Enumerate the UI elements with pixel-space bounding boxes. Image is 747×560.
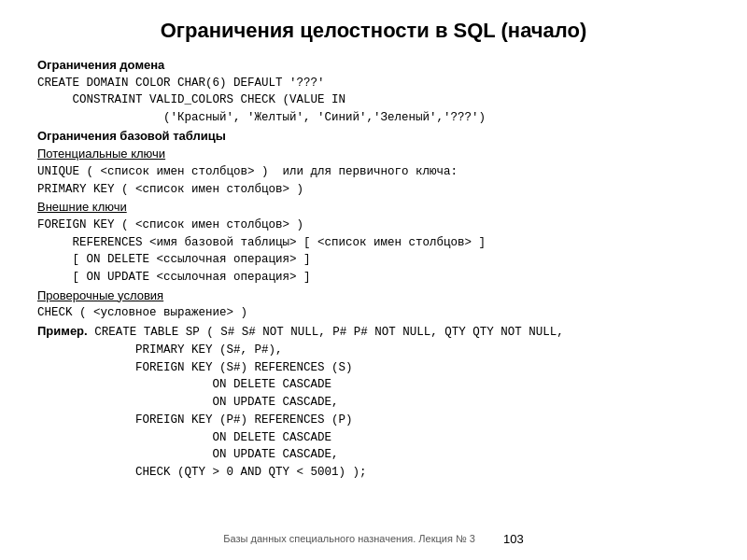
content: Ограничения домена CREATE DOMAIN COLOR C… bbox=[37, 56, 710, 525]
example-line4: ON DELETE CASCADE bbox=[37, 376, 710, 394]
example-line3: FOREIGN KEY (S#) REFERENCES (S) bbox=[37, 359, 710, 377]
primary-line: PRIMARY KEY ( <список имен столбцов> ) bbox=[37, 181, 710, 199]
example-line6: FOREIGN KEY (P#) REFERENCES (P) bbox=[37, 412, 710, 429]
base-table-heading: Ограничения базовой таблицы bbox=[37, 127, 710, 146]
domain-line2: CONSTRAINT VALID_COLORS CHECK (VALUE IN bbox=[37, 91, 710, 109]
fk-line4: [ ON UPDATE <ссылочная операция> ] bbox=[37, 269, 710, 287]
domain-line3: ('Красный', 'Желтый', 'Синий','Зеленый',… bbox=[37, 109, 710, 127]
example-line2: PRIMARY KEY (S#, P#), bbox=[37, 342, 710, 359]
potential-keys-heading: Потенциальные ключи bbox=[37, 145, 710, 163]
footer-text: Базы данных специального назначения. Лек… bbox=[223, 532, 475, 546]
foreign-keys-heading: Внешние ключи bbox=[37, 198, 710, 217]
domain-line1: CREATE DOMAIN COLOR CHAR(6) DEFAULT '???… bbox=[37, 75, 710, 92]
example-line7: ON DELETE CASCADE bbox=[37, 429, 710, 447]
example-line-1: Пример. CREATE TABLE SP ( S# S# NOT NULL… bbox=[37, 322, 710, 342]
unique-line: UNIQUE ( <список имен столбцов> ) или дл… bbox=[37, 163, 710, 181]
footer-page-number: 103 bbox=[503, 532, 524, 546]
example-line8: ON UPDATE CASCADE, bbox=[37, 446, 710, 464]
check-line: CHECK ( <условное выражение> ) bbox=[37, 304, 710, 322]
fk-line1: FOREIGN KEY ( <список имен столбцов> ) bbox=[37, 217, 710, 234]
page-title: Ограничения целостности в SQL (начало) bbox=[37, 19, 710, 43]
fk-line2: REFERENCES <имя базовой таблицы> [ <спис… bbox=[37, 234, 710, 252]
example-line5: ON UPDATE CASCADE, bbox=[37, 394, 710, 412]
example-line9: CHECK (QTY > 0 AND QTY < 5001) ); bbox=[37, 464, 710, 482]
page: Ограничения целостности в SQL (начало) О… bbox=[0, 0, 747, 560]
footer: Базы данных специального назначения. Лек… bbox=[37, 525, 710, 546]
fk-line3: [ ON DELETE <ссылочная операция> ] bbox=[37, 251, 710, 269]
domain-heading: Ограничения домена bbox=[37, 56, 710, 75]
check-conditions-heading: Проверочные условия bbox=[37, 287, 710, 305]
